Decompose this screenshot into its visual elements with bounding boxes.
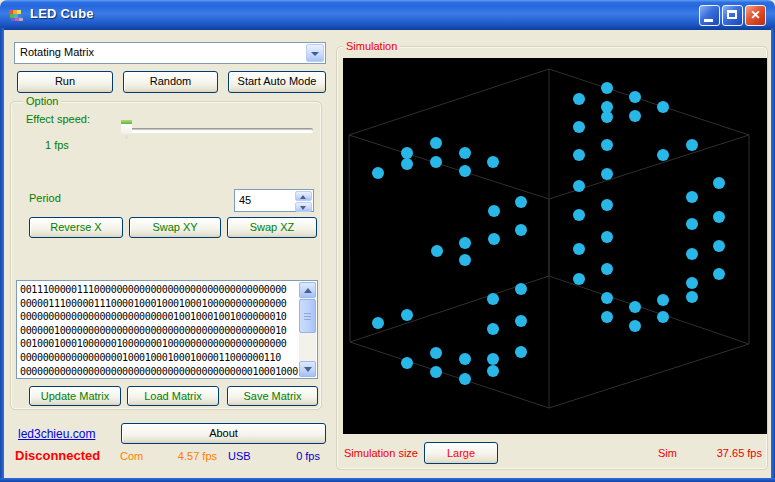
option-group-label: Option (23, 95, 61, 108)
led-dot (713, 177, 725, 189)
arrow-up-icon (300, 195, 306, 199)
arrow-up-icon (304, 288, 312, 293)
led-dot (657, 294, 669, 306)
matrix-line: 0000000000000000001000100010001000011000… (20, 351, 298, 365)
scroll-up-button[interactable] (299, 282, 316, 298)
led-dot (713, 240, 725, 252)
led-dot (515, 224, 527, 236)
led-dot (601, 263, 613, 275)
maximize-icon (727, 10, 737, 19)
led-dot (686, 248, 698, 260)
matrix-line: 0010001000100000010000000100000000000000… (20, 337, 298, 351)
led-dot (430, 366, 442, 378)
close-button[interactable]: ✕ (745, 5, 766, 26)
effect-speed-slider-thumb[interactable] (121, 120, 132, 139)
led-dot (601, 292, 613, 304)
matrix-line: 0000001000000000000000000000000000000000… (20, 324, 298, 338)
led-dot (573, 273, 585, 285)
led-dot (431, 245, 443, 257)
random-button[interactable]: Random (123, 71, 218, 93)
led-dot (601, 199, 613, 211)
led-dot (459, 373, 471, 385)
period-value: 45 (239, 194, 251, 206)
led-dot (601, 111, 613, 123)
led-dot (487, 293, 499, 305)
led-dot (459, 147, 471, 159)
option-groupbox: Option Effect speed: 1 fps Period 45 Rev… (10, 101, 322, 410)
maximize-button[interactable] (722, 5, 743, 26)
update-matrix-button[interactable]: Update Matrix (29, 386, 121, 406)
led-dot (657, 149, 669, 161)
swap-xy-button[interactable]: Swap XY (129, 217, 221, 238)
save-matrix-button[interactable]: Save Matrix (227, 386, 318, 406)
matrix-text: 0011100000111000000000000000000000000000… (20, 283, 298, 376)
led-dot (601, 311, 613, 323)
led-dot (573, 209, 585, 221)
about-button[interactable]: About (121, 423, 326, 444)
size-large-button[interactable]: Large (424, 442, 498, 464)
led-dot (488, 205, 500, 217)
simulation-groupbox: Simulation Simulation size Large Sim 37.… (336, 46, 768, 470)
led-dot (601, 231, 613, 243)
period-input[interactable]: 45 (234, 189, 314, 212)
app-window: LED Cube ✕ Rotating Matrix Run Random St… (0, 0, 775, 482)
close-icon: ✕ (746, 8, 765, 22)
spinner-down-button[interactable] (295, 202, 312, 212)
com-fps-value: 4.57 fps (163, 450, 217, 462)
led-dot (430, 347, 442, 359)
app-icon (8, 7, 24, 23)
period-spinner (295, 191, 312, 212)
window-border-right (771, 28, 775, 482)
led-dot (657, 311, 669, 323)
usb-label: USB (228, 450, 251, 462)
website-link[interactable]: led3chieu.com (18, 427, 95, 441)
led-dot (459, 165, 471, 177)
title-bar[interactable]: LED Cube ✕ (0, 0, 775, 30)
led-dot (629, 110, 641, 122)
led-dot (686, 139, 698, 151)
led-dot (629, 301, 641, 313)
grip-icon (304, 313, 311, 314)
led-dot (487, 353, 499, 365)
chevron-down-icon (311, 52, 319, 56)
window-title: LED Cube (30, 6, 94, 21)
spinner-up-button[interactable] (295, 191, 312, 201)
led-dot (372, 167, 384, 179)
led-dot (629, 320, 641, 332)
effect-speed-slider-track[interactable] (121, 128, 313, 133)
matrix-textarea[interactable]: 0011100000111000000000000000000000000000… (16, 280, 318, 379)
led-dot (573, 93, 585, 105)
effect-dropdown-value: Rotating Matrix (20, 46, 94, 58)
scroll-down-button[interactable] (299, 361, 316, 377)
matrix-scrollbar[interactable] (299, 282, 316, 377)
effect-dropdown[interactable]: Rotating Matrix (14, 42, 326, 64)
scroll-thumb[interactable] (299, 299, 316, 333)
led-dot (488, 233, 500, 245)
led-dot (487, 156, 499, 168)
swap-xz-button[interactable]: Swap XZ (227, 217, 317, 238)
led-dot (573, 243, 585, 255)
led-dot (686, 218, 698, 230)
led-dot (713, 268, 725, 280)
led-dot (515, 346, 527, 358)
led-dot (459, 237, 471, 249)
window-border-left (0, 28, 4, 482)
reverse-x-button[interactable]: Reverse X (29, 217, 123, 238)
led-dot (515, 315, 527, 327)
led-dot (459, 353, 471, 365)
simulation-canvas (343, 58, 767, 434)
fps-value-label: 1 fps (45, 139, 69, 151)
run-button[interactable]: Run (17, 71, 113, 93)
matrix-line: 0000011100000111000010001000100010000000… (20, 297, 298, 311)
load-matrix-button[interactable]: Load Matrix (127, 386, 219, 406)
period-label: Period (29, 192, 61, 204)
start-auto-mode-button[interactable]: Start Auto Mode (228, 71, 326, 93)
simulation-label: Simulation (343, 40, 400, 53)
simulation-size-label: Simulation size (344, 447, 418, 459)
matrix-line: 0011100000111000000000000000000000000000… (20, 283, 298, 297)
minimize-button[interactable] (699, 5, 720, 26)
dropdown-arrow-icon[interactable] (306, 44, 324, 62)
com-label: Com (120, 450, 143, 462)
arrow-down-icon (300, 206, 306, 210)
led-dot (573, 149, 585, 161)
